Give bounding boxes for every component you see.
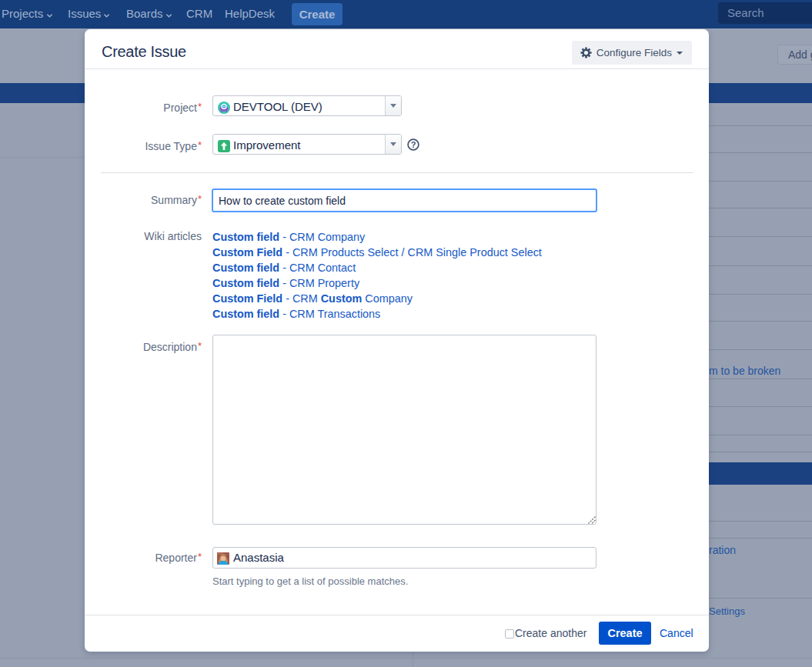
svg-text:?: ? [411,140,416,149]
